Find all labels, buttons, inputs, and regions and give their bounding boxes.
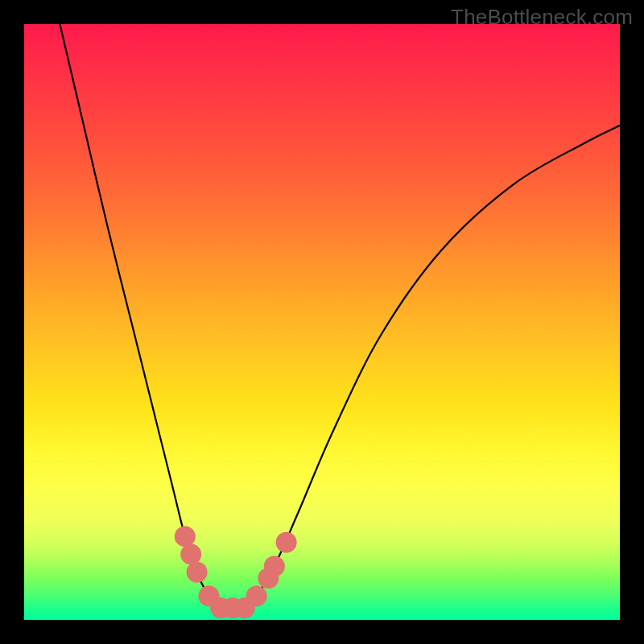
plot-area bbox=[24, 24, 620, 620]
bottleneck-curve bbox=[60, 24, 620, 609]
marker-point bbox=[276, 532, 297, 553]
marker-point bbox=[175, 526, 196, 547]
curve-layer bbox=[24, 24, 620, 620]
watermark-text: TheBottleneck.com bbox=[451, 5, 633, 30]
marker-point bbox=[187, 562, 208, 583]
marker-group bbox=[175, 526, 297, 618]
marker-point bbox=[180, 544, 201, 565]
marker-point bbox=[264, 555, 285, 576]
marker-point bbox=[246, 585, 267, 606]
chart-frame: TheBottleneck.com bbox=[0, 0, 644, 644]
